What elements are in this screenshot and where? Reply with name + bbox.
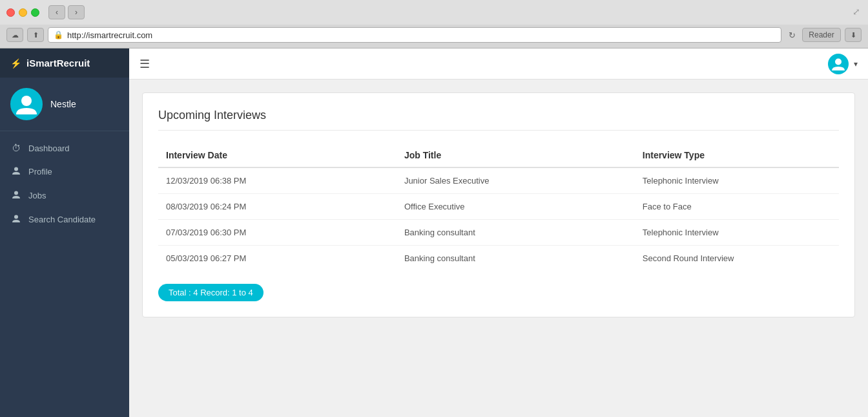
main-content: ☰ ▾ Upcoming Interviews bbox=[129, 48, 868, 417]
dashboard-icon: ⏱ bbox=[10, 143, 22, 153]
brand-icon: ⚡ bbox=[10, 58, 21, 69]
cell-job-title: Banking consultant bbox=[397, 220, 635, 246]
cloud-button[interactable]: ☁ bbox=[6, 28, 23, 42]
col-header-date: Interview Date bbox=[158, 144, 397, 167]
cell-date: 12/03/2019 06:38 PM bbox=[158, 167, 397, 194]
url-display: http://ismartrecruit.com bbox=[67, 30, 152, 40]
table-row: 05/03/2019 06:27 PMBanking consultantSec… bbox=[158, 246, 839, 272]
forward-button[interactable]: › bbox=[68, 5, 85, 19]
card-title: Upcoming Interviews bbox=[158, 109, 839, 131]
interviews-card: Upcoming Interviews Interview Date Job T… bbox=[142, 92, 855, 317]
reader-button[interactable]: Reader bbox=[802, 28, 841, 42]
cell-date: 05/03/2019 06:27 PM bbox=[158, 246, 397, 272]
cell-job-title: Banking consultant bbox=[397, 246, 635, 272]
record-summary-badge: Total : 4 Record: 1 to 4 bbox=[158, 284, 264, 301]
sidebar-nav: ⏱ Dashboard Profile bbox=[0, 131, 129, 237]
sidebar-item-label-jobs: Jobs bbox=[28, 191, 46, 200]
hamburger-icon[interactable]: ☰ bbox=[140, 57, 150, 71]
cell-interview-type: Second Round Interview bbox=[635, 246, 839, 272]
maximize-button[interactable] bbox=[31, 8, 39, 17]
col-header-type: Interview Type bbox=[635, 144, 839, 167]
cell-interview-type: Face to Face bbox=[635, 194, 839, 220]
table-row: 07/03/2019 06:30 PMBanking consultantTel… bbox=[158, 220, 839, 246]
sidebar-item-label-dashboard: Dashboard bbox=[28, 144, 70, 153]
topbar-avatar[interactable] bbox=[828, 54, 849, 74]
cell-date: 07/03/2019 06:30 PM bbox=[158, 220, 397, 246]
table-row: 08/03/2019 06:24 PMOffice ExecutiveFace … bbox=[158, 194, 839, 220]
topbar-chevron-icon[interactable]: ▾ bbox=[854, 59, 858, 69]
cell-date: 08/03/2019 06:24 PM bbox=[158, 194, 397, 220]
svg-point-3 bbox=[14, 215, 18, 219]
address-bar[interactable]: 🔒 http://ismartrecruit.com bbox=[48, 27, 781, 43]
sidebar-item-profile[interactable]: Profile bbox=[0, 160, 129, 184]
user-profile-section: Nestle bbox=[0, 78, 129, 131]
interviews-table: Interview Date Job Title Interview Type … bbox=[158, 144, 839, 271]
profile-icon bbox=[10, 166, 22, 177]
download-button[interactable]: ⬇ bbox=[845, 28, 862, 42]
cell-job-title: Junior Sales Executive bbox=[397, 167, 635, 194]
avatar bbox=[10, 88, 43, 120]
topbar: ☰ ▾ bbox=[129, 48, 868, 80]
svg-point-2 bbox=[14, 191, 18, 195]
col-header-title: Job Title bbox=[397, 144, 635, 167]
sidebar-item-search-candidate[interactable]: Search Candidate bbox=[0, 208, 129, 231]
sidebar-item-label-profile: Profile bbox=[28, 167, 52, 176]
brand-name: iSmartRecruit bbox=[26, 58, 90, 69]
close-button[interactable] bbox=[6, 8, 15, 17]
sidebar: ⚡ iSmartRecruit Nestle ⏱ Dashboard bbox=[0, 48, 129, 417]
topbar-right: ▾ bbox=[828, 54, 858, 74]
svg-point-1 bbox=[14, 167, 18, 171]
minimize-button[interactable] bbox=[19, 8, 27, 17]
svg-point-4 bbox=[835, 58, 842, 65]
cell-interview-type: Telephonic Interview bbox=[635, 167, 839, 194]
user-name: Nestle bbox=[50, 99, 76, 109]
brand-header: ⚡ iSmartRecruit bbox=[0, 48, 129, 78]
back-button[interactable]: ‹ bbox=[48, 5, 65, 19]
table-row: 12/03/2019 06:38 PMJunior Sales Executiv… bbox=[158, 167, 839, 194]
sidebar-item-label-search-candidate: Search Candidate bbox=[28, 215, 96, 224]
share-button[interactable]: ⬆ bbox=[27, 28, 44, 42]
jobs-icon bbox=[10, 190, 22, 201]
sidebar-item-dashboard[interactable]: ⏱ Dashboard bbox=[0, 136, 129, 160]
svg-point-0 bbox=[21, 96, 32, 106]
search-candidate-icon bbox=[10, 214, 22, 225]
content-area: Upcoming Interviews Interview Date Job T… bbox=[129, 80, 868, 417]
reload-button[interactable]: ↻ bbox=[785, 28, 798, 41]
resize-icon: ⤢ bbox=[852, 6, 860, 17]
sidebar-item-jobs[interactable]: Jobs bbox=[0, 184, 129, 208]
cell-job-title: Office Executive bbox=[397, 194, 635, 220]
cell-interview-type: Telephonic Interview bbox=[635, 220, 839, 246]
